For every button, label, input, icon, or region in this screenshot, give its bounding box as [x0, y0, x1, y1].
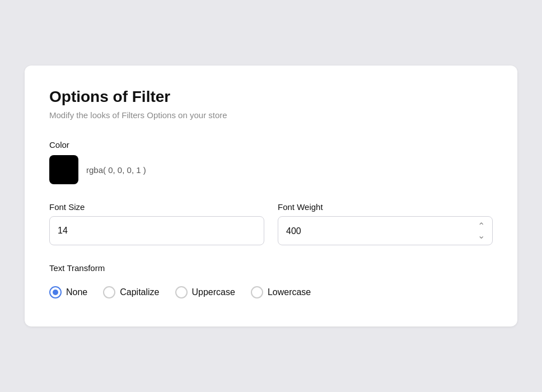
color-row: rgba( 0, 0, 0, 1 )	[49, 155, 493, 184]
radio-indicator-uppercase	[175, 286, 188, 298]
radio-item-uppercase[interactable]: Uppercase	[175, 286, 235, 298]
font-size-group: Font Size	[49, 202, 264, 245]
card-subtitle: Modify the looks of Filters Options on y…	[49, 110, 493, 120]
radio-item-capitalize[interactable]: Capitalize	[103, 286, 159, 298]
color-swatch[interactable]	[49, 155, 78, 184]
radio-label-uppercase: Uppercase	[192, 287, 235, 297]
radio-label-lowercase: Lowercase	[268, 287, 311, 297]
text-transform-section: Text Transform None Capitalize Uppercase…	[49, 263, 493, 298]
radio-label-capitalize: Capitalize	[120, 287, 159, 297]
radio-indicator-capitalize	[103, 286, 115, 298]
radio-item-none[interactable]: None	[49, 286, 87, 298]
radio-label-none: None	[66, 287, 87, 297]
radio-item-lowercase[interactable]: Lowercase	[251, 286, 311, 298]
font-weight-group: Font Weight 100 200 300 400 500 600 700 …	[278, 202, 493, 245]
font-size-label: Font Size	[49, 202, 264, 212]
radio-indicator-none	[49, 286, 62, 298]
font-size-input[interactable]	[49, 216, 264, 245]
color-label: Color	[49, 140, 493, 150]
font-weight-select[interactable]: 100 200 300 400 500 600 700 800 900	[278, 216, 493, 245]
color-value: rgba( 0, 0, 0, 1 )	[86, 165, 146, 175]
card-title: Options of Filter	[49, 88, 493, 106]
radio-group: None Capitalize Uppercase Lowercase	[49, 286, 493, 298]
options-card: Options of Filter Modify the looks of Fi…	[25, 66, 517, 326]
text-transform-label: Text Transform	[49, 263, 493, 273]
color-section: Color rgba( 0, 0, 0, 1 )	[49, 140, 493, 184]
font-weight-select-wrapper: 100 200 300 400 500 600 700 800 900 ⌃ ⌄	[278, 216, 493, 245]
fields-row: Font Size Font Weight 100 200 300 400 50…	[49, 202, 493, 245]
radio-indicator-lowercase	[251, 286, 263, 298]
font-weight-label: Font Weight	[278, 202, 493, 212]
